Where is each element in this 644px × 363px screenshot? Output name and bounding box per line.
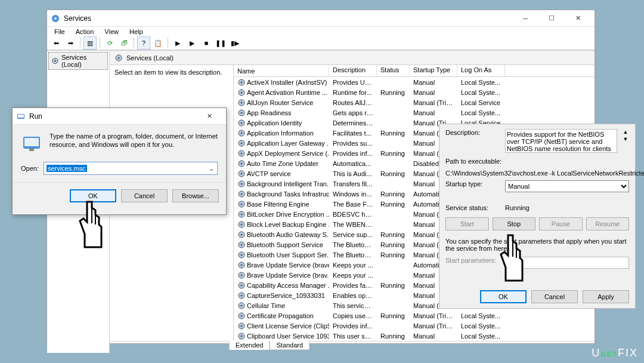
svg-point-55	[241, 325, 243, 327]
props-apply-button[interactable]: Apply	[583, 290, 629, 303]
run-cancel-button[interactable]: Cancel	[121, 189, 168, 202]
path-label: Path to executable:	[445, 158, 501, 165]
col-name[interactable]: Name	[234, 65, 329, 76]
gear-icon	[237, 312, 246, 320]
tab-extended[interactable]: Extended	[229, 341, 270, 350]
svg-point-21	[241, 152, 243, 154]
svg-point-49	[241, 294, 243, 296]
gear-icon	[237, 149, 246, 158]
gear-icon	[237, 220, 246, 229]
toolbar: ⬅ ➡ ▥ ⟳ 🗗 ? 📋 ▶ ▶ ■ ❚❚ ▮▶	[47, 36, 595, 50]
menubar: File Action View Help	[47, 27, 595, 36]
gear-icon	[237, 251, 246, 259]
stop-button[interactable]: Stop	[493, 217, 536, 230]
menu-action[interactable]: Action	[71, 27, 99, 36]
gear-icon	[237, 241, 246, 249]
gear-icon	[237, 139, 246, 147]
col-description[interactable]: Description	[329, 65, 377, 76]
svg-point-43	[241, 264, 243, 266]
properties-icon[interactable]: ?	[137, 36, 150, 50]
services-titlebar[interactable]: Services ─ ☐ ✕	[47, 10, 595, 27]
close-button[interactable]: ✕	[565, 10, 591, 27]
table-row[interactable]: AllJoyn Router ServiceRoutes AllJo...Man…	[234, 97, 595, 107]
pause-button[interactable]: Pause	[539, 217, 583, 230]
gear-icon	[237, 210, 246, 219]
gear-icon	[237, 129, 246, 137]
run-ok-button[interactable]: OK	[70, 189, 116, 202]
resume-button[interactable]: Resume	[586, 217, 630, 230]
tree-item-services-local[interactable]: Services (Local)	[48, 52, 108, 70]
help-icon[interactable]: 📋	[151, 36, 165, 50]
props-ok-button[interactable]: OK	[480, 290, 527, 303]
gear-icon	[237, 119, 246, 127]
stop-icon[interactable]: ■	[200, 36, 213, 50]
props-cancel-button[interactable]: Cancel	[531, 290, 578, 303]
maximize-button[interactable]: ☐	[538, 10, 565, 27]
svg-point-19	[241, 142, 243, 144]
back-icon[interactable]: ⬅	[49, 36, 63, 50]
svg-point-5	[118, 57, 120, 59]
table-row[interactable]: ActiveX Installer (AxInstSV)Provides Us.…	[234, 77, 595, 87]
play2-icon[interactable]: ▶	[185, 36, 199, 50]
start-params-note: You can specify the start parameters tha…	[445, 238, 629, 252]
scroll-up-icon[interactable]: ▲	[622, 129, 629, 135]
description-text[interactable]: Provides support for the NetBIOS over TC…	[505, 129, 617, 153]
run-close-button[interactable]: ✕	[196, 108, 222, 125]
show-hide-tree-icon[interactable]: ▥	[83, 36, 97, 50]
run-browse-button[interactable]: Browse...	[172, 189, 219, 202]
svg-point-9	[241, 91, 243, 93]
open-combobox[interactable]: services.msc ⌄	[44, 162, 218, 175]
menu-file[interactable]: File	[49, 27, 70, 36]
svg-rect-61	[24, 138, 39, 146]
tab-standard[interactable]: Standard	[270, 341, 309, 350]
restart-icon[interactable]: ▮▶	[228, 36, 242, 50]
menu-help[interactable]: Help	[125, 27, 148, 36]
svg-point-57	[241, 335, 243, 337]
pause-icon[interactable]: ❚❚	[214, 36, 227, 50]
table-row[interactable]: Agent Activation Runtime ...Runtime for.…	[234, 87, 595, 97]
play-icon[interactable]: ▶	[171, 36, 184, 50]
gear-icon	[237, 78, 246, 87]
run-title: Run	[29, 112, 42, 121]
svg-point-51	[241, 304, 243, 306]
chevron-down-icon[interactable]: ⌄	[206, 164, 216, 173]
refresh-icon[interactable]: 🗗	[117, 36, 131, 50]
table-row[interactable]: Clipboard User Service 1093...This user …	[234, 331, 595, 341]
gear-icon	[237, 109, 246, 117]
minimize-button[interactable]: ─	[512, 10, 538, 27]
forward-icon[interactable]: ➡	[64, 36, 77, 50]
service-status-label: Service status:	[445, 204, 500, 211]
gear-icon	[237, 159, 246, 168]
svg-point-27	[241, 183, 243, 184]
start-params-label: Start parameters:	[445, 257, 500, 264]
col-status[interactable]: Status	[377, 65, 410, 76]
table-row[interactable]: Certificate PropagationCopies user ...Ru…	[234, 310, 595, 321]
svg-point-53	[241, 315, 243, 316]
gear-icon	[237, 88, 246, 97]
svg-point-11	[241, 101, 243, 103]
col-startup[interactable]: Startup Type	[410, 65, 457, 76]
table-row[interactable]: App ReadinessGets apps re...ManualLocal …	[234, 107, 595, 118]
start-button[interactable]: Start	[445, 217, 489, 230]
svg-point-1	[54, 17, 57, 20]
svg-point-7	[241, 81, 243, 83]
menu-view[interactable]: View	[100, 27, 123, 36]
svg-point-35	[241, 223, 243, 225]
run-large-icon	[21, 132, 42, 153]
svg-point-23	[241, 162, 243, 164]
svg-point-15	[241, 122, 243, 124]
watermark: UGETFIX	[592, 347, 638, 359]
scroll-down-icon[interactable]: ▼	[622, 136, 629, 142]
table-row[interactable]: Client License Service (ClipS...Provides…	[234, 321, 595, 331]
gear-icon	[237, 291, 246, 300]
gear-icon	[237, 332, 246, 340]
svg-point-45	[241, 274, 243, 276]
run-description: Type the name of a program, folder, docu…	[49, 132, 218, 149]
startup-type-select[interactable]: Manual	[505, 180, 629, 192]
col-logon[interactable]: Log On As	[457, 65, 505, 76]
svg-point-39	[241, 244, 243, 245]
export-icon[interactable]: ⟳	[103, 36, 116, 50]
view-tabs: Extended Standard	[110, 341, 595, 353]
gear-icon	[237, 302, 246, 310]
services-title: Services	[64, 14, 91, 23]
